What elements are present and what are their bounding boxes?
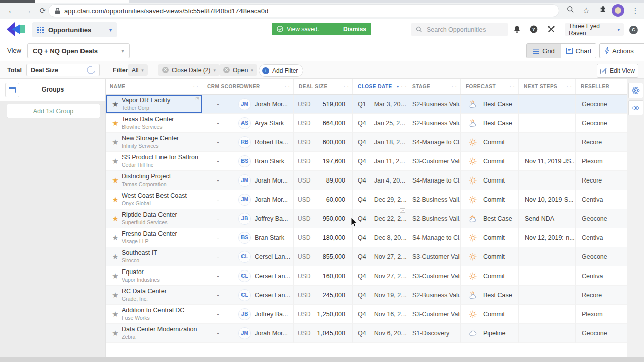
- close-date-cell[interactable]: Q4 Dec 22, 2...: [353, 209, 407, 228]
- close-date-cell[interactable]: Q4 Nov 6, 20...: [353, 324, 407, 343]
- name-cell[interactable]: ★ RC Data Center Grade, Inc. ◳: [106, 286, 202, 305]
- column-drag-handle[interactable]: ⋮⋮: [565, 84, 572, 89]
- notifications-bell-icon[interactable]: [513, 25, 521, 35]
- column-drag-handle[interactable]: ⋮⋮: [342, 84, 349, 89]
- stage-cell[interactable]: S3-Customer Vali...: [407, 305, 461, 324]
- close-date-cell[interactable]: Q4 Jan 18, 2...: [353, 133, 407, 152]
- forecast-cell[interactable]: Pipeline: [461, 324, 519, 343]
- opportunity-name[interactable]: Districting Project: [122, 173, 171, 181]
- stage-cell[interactable]: S2-Business Vali...: [407, 114, 461, 133]
- reseller-cell[interactable]: Geocone: [576, 247, 629, 266]
- name-cell[interactable]: ★ Districting Project Tamas Corporation …: [106, 171, 202, 190]
- forecast-cell[interactable]: Best Case: [461, 95, 519, 114]
- toast-dismiss-button[interactable]: Dismiss: [343, 26, 366, 33]
- stage-cell[interactable]: S2-Business Vali...: [407, 190, 461, 209]
- reseller-cell[interactable]: Recore: [576, 171, 629, 190]
- reload-icon[interactable]: ⟳: [36, 4, 49, 17]
- opportunity-name[interactable]: Texas Data Center: [122, 116, 174, 124]
- chart-view-button[interactable]: Chart: [561, 44, 596, 58]
- owner-cell[interactable]: RB Robert Ba...: [234, 133, 294, 152]
- actions-caret[interactable]: ▾: [639, 44, 644, 58]
- name-cell[interactable]: ★ Equator Vapor Industries ◳: [106, 266, 202, 286]
- column-header-owner[interactable]: OWNER⋮⋮: [234, 79, 294, 94]
- table-row[interactable]: ★ New Storage Center Infinity Services ◳…: [106, 133, 629, 152]
- reseller-cell[interactable]: Plexom: [576, 305, 629, 324]
- owner-cell[interactable]: JM Jorah Mor...: [234, 95, 294, 114]
- forecast-cell[interactable]: Best Case: [461, 286, 519, 305]
- next-steps-cell[interactable]: [519, 247, 576, 266]
- close-date-cell[interactable]: Q4 Nov 19, 2...: [353, 286, 407, 305]
- opportunity-name[interactable]: RC Data Center: [122, 288, 167, 296]
- browser-profile-avatar[interactable]: [612, 4, 624, 17]
- name-cell[interactable]: ★ New Storage Center Infinity Services ◳: [106, 133, 202, 152]
- total-field-select[interactable]: Deal Size: [26, 64, 100, 76]
- star-icon[interactable]: ★: [109, 157, 122, 166]
- table-row[interactable]: ★ Fresno Data Center Visage LLP ◳ - BS B…: [106, 228, 629, 247]
- owner-cell[interactable]: JM Jorah Mor...: [234, 190, 294, 209]
- forecast-cell[interactable]: Commit: [461, 152, 519, 171]
- name-cell[interactable]: ★ Southeast IT Sirocco ◳: [106, 247, 202, 266]
- deal-size-cell[interactable]: USD 197,600: [294, 152, 353, 171]
- column-header-next-steps[interactable]: NEXT STEPS⋮⋮: [519, 79, 576, 94]
- stage-cell[interactable]: S2-Business Vali...: [407, 286, 461, 305]
- search-opportunities-box[interactable]: [411, 23, 508, 36]
- star-icon[interactable]: ★: [109, 138, 122, 147]
- next-steps-cell[interactable]: [519, 133, 576, 152]
- reseller-cell[interactable]: Recore: [576, 133, 629, 152]
- owner-cell[interactable]: JM Jorah Mor...: [234, 171, 294, 190]
- next-steps-cell[interactable]: [519, 324, 576, 343]
- open-row-icon[interactable]: ↗: [400, 208, 405, 213]
- close-date-cell[interactable]: Q4 Nov 27, 2...: [353, 247, 407, 266]
- expand-icon[interactable]: ◳: [195, 96, 199, 101]
- omnibox-search-icon[interactable]: [564, 4, 577, 17]
- browser-menu-icon[interactable]: ⋮: [629, 4, 642, 17]
- forecast-cell[interactable]: Commit: [461, 171, 519, 190]
- star-icon[interactable]: ★: [109, 119, 122, 128]
- close-date-cell[interactable]: Q4 Nov 16, 2...: [353, 305, 407, 324]
- stage-cell[interactable]: S4-Manage to Cl...: [407, 171, 461, 190]
- grid-view-button[interactable]: Grid: [527, 44, 561, 58]
- table-row[interactable]: ★ Data Center Modernization Zebra ◳ - JM…: [106, 324, 629, 343]
- opportunity-name[interactable]: Equator: [122, 268, 160, 277]
- table-row[interactable]: ★ Addition to Central DC Fuse Works ◳ - …: [106, 305, 629, 324]
- opportunity-name[interactable]: Riptide Data Center: [122, 211, 177, 219]
- column-drag-handle[interactable]: ⋮⋮: [283, 84, 290, 89]
- remove-filter-icon[interactable]: ✕: [162, 67, 169, 73]
- owner-cell[interactable]: BS Bran Stark: [234, 152, 294, 171]
- user-menu[interactable]: Three Eyed Raven ▾: [565, 23, 624, 36]
- reseller-cell[interactable]: Centiva: [576, 228, 629, 247]
- opportunity-name[interactable]: Data Center Modernization: [122, 326, 197, 334]
- table-row[interactable]: ★ Texas Data Center Blowfire Services ◳ …: [106, 114, 629, 133]
- filter-close-date-pill[interactable]: ✕ Close Date (2) ▾: [158, 64, 220, 76]
- star-icon[interactable]: ★: [109, 329, 122, 338]
- stage-cell[interactable]: S4-Manage to Cl...: [407, 228, 461, 247]
- admin-tools-icon[interactable]: [547, 25, 555, 35]
- table-row[interactable]: ★ SS Product Line for Saffron Cedar Hill…: [106, 152, 629, 171]
- table-row[interactable]: ★ Equator Vapor Industries ◳ - CL Cersei…: [106, 266, 629, 286]
- owner-cell[interactable]: CL Cersei Lan...: [234, 266, 294, 286]
- close-date-cell[interactable]: Q4 Dec 29, 2...: [353, 190, 407, 209]
- column-drag-handle[interactable]: ⋮⋮: [400, 84, 407, 89]
- deal-size-cell[interactable]: USD 89,000: [294, 171, 353, 190]
- deal-size-cell[interactable]: USD 1,045,000: [294, 324, 353, 343]
- column-header-crm-score[interactable]: CRM SCORE: [202, 79, 234, 94]
- next-steps-cell[interactable]: [519, 114, 576, 133]
- remove-filter-icon[interactable]: ✕: [223, 67, 230, 73]
- column-header-stage[interactable]: STAGE⋮⋮: [407, 79, 461, 94]
- name-cell[interactable]: ★ SS Product Line for Saffron Cedar Hill…: [106, 152, 202, 171]
- star-icon[interactable]: ★: [109, 272, 122, 281]
- add-filter-button[interactable]: + Add Filter: [259, 64, 303, 77]
- next-steps-cell[interactable]: Nov 11, 2019 JS...: [519, 152, 576, 171]
- extensions-puzzle-icon[interactable]: [597, 4, 610, 17]
- deal-size-cell[interactable]: USD 245,000: [294, 286, 353, 305]
- deal-size-cell[interactable]: USD 160,000: [294, 266, 353, 286]
- star-icon[interactable]: ★: [109, 233, 122, 242]
- next-steps-cell[interactable]: [519, 305, 576, 324]
- deal-size-cell[interactable]: USD 180,000: [294, 228, 353, 247]
- deal-size-cell[interactable]: USD 519,000: [294, 95, 353, 114]
- deal-size-cell[interactable]: USD 950,000: [294, 209, 353, 228]
- next-steps-cell[interactable]: Nov 12, 2019: n...: [519, 228, 576, 247]
- reseller-cell[interactable]: Geocone: [576, 114, 629, 133]
- column-header-forecast[interactable]: FORECAST⋮⋮: [461, 79, 519, 94]
- opportunity-name[interactable]: SS Product Line for Saffron: [122, 154, 198, 162]
